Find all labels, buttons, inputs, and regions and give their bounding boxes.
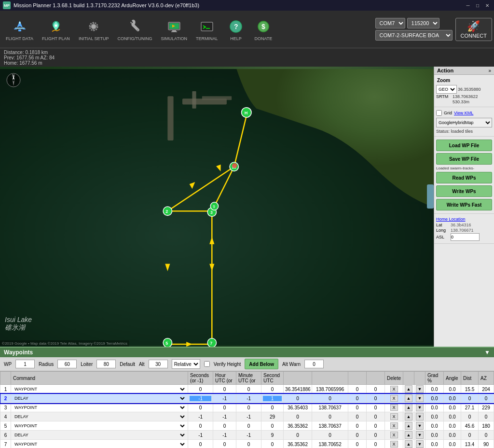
f2-input-6[interactable] <box>314 433 346 438</box>
row-up[interactable]: ▲ <box>403 421 414 431</box>
f2-input-2[interactable] <box>314 396 346 401</box>
f3-input-6[interactable] <box>350 433 365 438</box>
move-down-2[interactable]: ▼ <box>416 394 424 402</box>
row-hour[interactable] <box>213 412 236 421</box>
row-minute[interactable] <box>236 431 261 440</box>
row-up[interactable]: ▲ <box>403 385 414 394</box>
row-f2[interactable] <box>312 394 348 403</box>
cmd-select-1[interactable]: WAYPOINT <box>13 385 186 393</box>
alt-input[interactable] <box>149 360 168 368</box>
row-up[interactable]: ▲ <box>403 412 414 421</box>
row-f1[interactable] <box>284 440 312 448</box>
radius-input[interactable] <box>57 360 77 368</box>
load-wp-button[interactable]: Load WP File <box>436 140 492 151</box>
map-scroll-thumb[interactable] <box>427 184 434 209</box>
row-f2[interactable] <box>312 421 348 431</box>
row-f4[interactable] <box>367 421 385 431</box>
row-f2[interactable] <box>312 412 348 421</box>
cmd-select-6[interactable]: DELAY <box>13 431 186 439</box>
row-delete[interactable]: X <box>385 412 403 421</box>
hour-input-2[interactable] <box>215 396 234 401</box>
row-f4[interactable] <box>367 412 385 421</box>
row-f4[interactable] <box>367 440 385 448</box>
row-seconds[interactable] <box>188 412 213 421</box>
f1-input-5[interactable] <box>285 423 310 429</box>
row-minute[interactable] <box>236 403 261 412</box>
move-up-1[interactable]: ▲ <box>405 385 412 393</box>
row-seconds[interactable] <box>188 403 213 412</box>
second-input-3[interactable] <box>263 405 282 410</box>
row-f3[interactable] <box>348 421 367 431</box>
row-hour[interactable] <box>213 431 236 440</box>
row-cmd[interactable]: DELAY <box>11 394 188 403</box>
row-f4[interactable] <box>367 431 385 440</box>
seconds-input-5[interactable] <box>190 423 211 429</box>
row-seconds[interactable] <box>188 440 213 448</box>
second-input-4[interactable] <box>263 414 282 420</box>
move-up-5[interactable]: ▲ <box>405 422 412 430</box>
hour-input-4[interactable] <box>215 414 234 420</box>
move-down-3[interactable]: ▼ <box>416 404 424 411</box>
alt-warn-input[interactable] <box>304 360 324 368</box>
f2-input-4[interactable] <box>314 414 346 420</box>
row-second[interactable] <box>261 412 284 421</box>
move-down-1[interactable]: ▼ <box>416 385 424 393</box>
delete-btn-2[interactable]: X <box>390 395 398 402</box>
row-minute[interactable] <box>236 385 261 394</box>
row-hour[interactable] <box>213 403 236 412</box>
cmd-select-7[interactable]: WAYPOINT <box>13 440 186 448</box>
row-hour[interactable] <box>213 385 236 394</box>
surface-board-select[interactable]: COM7-2-SURFACE BOA <box>375 30 453 41</box>
f2-input-7[interactable] <box>314 442 346 447</box>
row-f3[interactable] <box>348 385 367 394</box>
toolbar-flight-plan[interactable]: FLIGHT PLAN <box>38 16 74 43</box>
view-kml-link[interactable]: View KML <box>454 111 473 115</box>
row-f1[interactable] <box>284 431 312 440</box>
toolbar-config-tuning[interactable]: CONFIG/TUNING <box>114 16 156 43</box>
move-down-6[interactable]: ▼ <box>416 431 424 439</box>
asl-input[interactable] <box>451 233 480 241</box>
minute-input-7[interactable] <box>238 442 260 447</box>
seconds-input-4[interactable] <box>190 414 211 420</box>
f4-input-7[interactable] <box>368 442 383 447</box>
row-down[interactable]: ▼ <box>414 421 425 431</box>
f1-input-3[interactable] <box>285 405 310 410</box>
row-f3[interactable] <box>348 412 367 421</box>
f3-input-2[interactable] <box>350 396 365 401</box>
hour-input-3[interactable] <box>215 405 234 410</box>
row-f2[interactable] <box>312 431 348 440</box>
f3-input-1[interactable] <box>350 387 365 392</box>
write-wps-fast-button[interactable]: Write WPs Fast <box>436 199 492 210</box>
row-second[interactable] <box>261 394 284 403</box>
seconds-input-2[interactable] <box>190 396 211 401</box>
row-down[interactable]: ▼ <box>414 394 425 403</box>
toolbar-flight-data[interactable]: FLIGHT DATA <box>2 16 37 43</box>
delete-btn-5[interactable]: X <box>390 422 398 429</box>
row-hour[interactable] <box>213 394 236 403</box>
row-f1[interactable] <box>284 394 312 403</box>
minute-input-6[interactable] <box>238 433 260 438</box>
second-input-7[interactable] <box>263 442 282 447</box>
row-hour[interactable] <box>213 440 236 448</box>
row-minute[interactable] <box>236 394 261 403</box>
row-up[interactable]: ▲ <box>403 431 414 440</box>
f3-input-7[interactable] <box>350 442 365 447</box>
row-delete[interactable]: X <box>385 440 403 448</box>
row-delete[interactable]: X <box>385 431 403 440</box>
hour-input-1[interactable] <box>215 387 234 392</box>
delete-btn-3[interactable]: X <box>390 404 398 411</box>
toolbar-simulation[interactable]: SIMULATION <box>157 16 191 43</box>
row-f2[interactable] <box>312 440 348 448</box>
row-f1[interactable] <box>284 403 312 412</box>
f1-input-2[interactable] <box>285 396 310 401</box>
move-down-4[interactable]: ▼ <box>416 413 424 420</box>
delete-btn-4[interactable]: X <box>390 413 398 420</box>
toolbar-terminal[interactable]: TERMINAL <box>192 16 222 43</box>
row-seconds[interactable] <box>188 421 213 431</box>
seconds-input-6[interactable] <box>190 433 211 438</box>
second-input-5[interactable] <box>263 423 282 429</box>
row-down[interactable]: ▼ <box>414 431 425 440</box>
row-f1[interactable] <box>284 385 312 394</box>
map-type-select[interactable]: GoogleHybridMap <box>436 118 492 127</box>
row-cmd[interactable]: WAYPOINT <box>11 385 188 394</box>
